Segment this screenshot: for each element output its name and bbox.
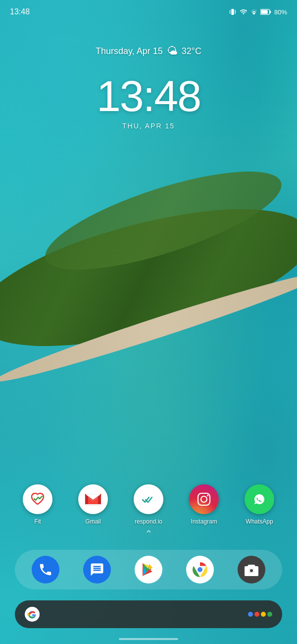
svg-point-11	[207, 495, 208, 496]
respondio-icon	[134, 484, 163, 514]
swipe-up-indicator: ⌃	[145, 528, 153, 540]
svg-rect-0	[231, 9, 234, 15]
signal-icon	[250, 8, 257, 16]
svg-point-21	[198, 567, 202, 572]
whatsapp-icon	[245, 484, 274, 514]
search-bar[interactable]	[15, 600, 282, 628]
wifi-icon	[240, 8, 248, 16]
playstore-app[interactable]	[135, 556, 162, 584]
svg-rect-2	[235, 10, 236, 14]
clock-date: THU, APR 15	[0, 122, 297, 130]
status-bar: 13:48 80%	[0, 0, 297, 24]
dot-red	[254, 612, 259, 617]
svg-rect-5	[270, 10, 271, 13]
weather-date: Thursday, Apr 15 🌤 32°C	[0, 45, 297, 58]
gmail-icon	[78, 484, 108, 514]
app-row: Fit Gmail	[0, 484, 297, 525]
svg-rect-1	[230, 10, 230, 14]
battery-icon	[260, 8, 271, 15]
home-indicator	[119, 638, 178, 640]
svg-rect-4	[261, 10, 268, 14]
fit-icon	[23, 484, 52, 514]
svg-point-10	[201, 496, 207, 502]
instagram-label: Instagram	[191, 518, 217, 525]
dot-green	[267, 612, 272, 617]
status-time: 13:48	[10, 7, 30, 16]
weather-widget: Thursday, Apr 15 🌤 32°C	[0, 45, 297, 58]
respondio-label: respond.io	[135, 518, 162, 525]
weather-emoji: 🌤	[167, 45, 178, 58]
chrome-app[interactable]	[186, 556, 214, 584]
dot-yellow	[261, 612, 266, 617]
phone-app[interactable]	[32, 556, 59, 584]
instagram-icon	[189, 484, 219, 514]
google-assistant-icon[interactable]	[248, 612, 272, 617]
dot-blue	[248, 612, 253, 617]
messages-app[interactable]	[83, 556, 111, 584]
camera-app[interactable]	[238, 556, 265, 584]
app-fit[interactable]: Fit	[23, 484, 52, 525]
clock-widget: 13:48 THU, APR 15	[0, 74, 297, 130]
clock-time: 13:48	[0, 74, 297, 118]
google-g-icon	[25, 607, 40, 622]
app-whatsapp[interactable]: WhatsApp	[245, 484, 274, 525]
status-icons: 80%	[229, 8, 287, 16]
battery-percent: 80%	[274, 8, 287, 16]
bottom-dock	[15, 550, 282, 589]
fit-label: Fit	[34, 518, 41, 525]
app-instagram[interactable]: Instagram	[189, 484, 219, 525]
weather-temp: 32°C	[182, 46, 201, 57]
vibrate-icon	[229, 8, 237, 16]
gmail-label: Gmail	[85, 518, 100, 525]
weather-date-text: Thursday, Apr 15	[96, 46, 163, 57]
app-gmail[interactable]: Gmail	[78, 484, 108, 525]
whatsapp-label: WhatsApp	[246, 518, 273, 525]
app-respondio[interactable]: respond.io	[134, 484, 163, 525]
svg-point-24	[25, 607, 40, 622]
